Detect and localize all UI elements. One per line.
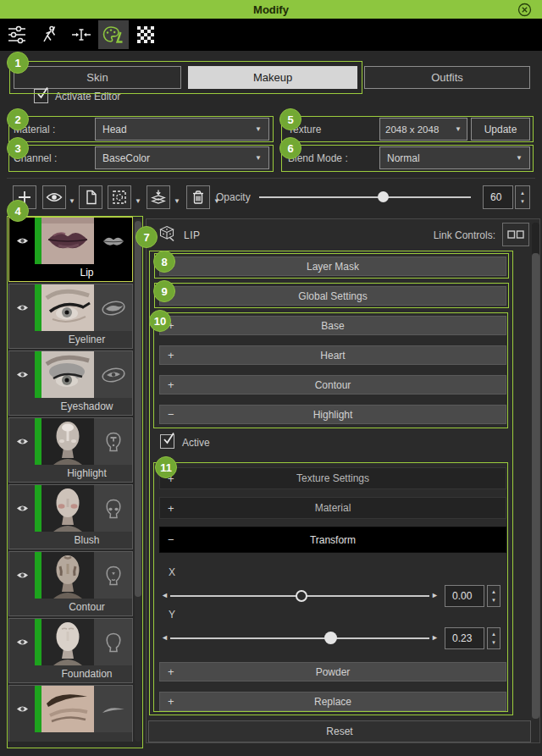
chevron-down-icon[interactable]: ▼ (174, 197, 180, 205)
layer-item-eyeliner[interactable]: Eyeliner (8, 284, 133, 349)
contour-face-icon (94, 552, 132, 599)
active-checkbox[interactable] (160, 434, 174, 449)
y-slider-thumb[interactable] (324, 632, 337, 644)
section-highlight[interactable]: − Highlight (159, 405, 506, 424)
section-contour[interactable]: + Contour (159, 375, 506, 395)
arrow-down-icon: ▼ (520, 199, 525, 204)
section-texture-settings[interactable]: + Texture Settings (159, 467, 506, 489)
blend-mode-dropdown[interactable]: Normal ▼ (379, 146, 530, 169)
slider-left-arrow-icon[interactable]: ◄ (161, 592, 169, 599)
blush-face-icon (94, 485, 132, 532)
layer-visibility-eye-icon[interactable] (9, 552, 35, 599)
panel-scrollbar[interactable] (532, 223, 539, 715)
opacity-label: Opacity (216, 191, 251, 203)
annotation-badge-6: 6 (279, 137, 301, 159)
morph-width-icon[interactable] (66, 20, 97, 49)
layer-active-bar (35, 284, 41, 331)
layer-visibility-eye-icon[interactable] (9, 418, 35, 465)
layer-visibility-eye-icon[interactable] (9, 619, 35, 665)
section-label: Global Settings (298, 290, 367, 302)
eyeshadow-icon (94, 351, 132, 398)
layer-item-foundation[interactable]: Foundation (8, 618, 133, 683)
annotation-badge-2: 2 (7, 108, 29, 130)
section-powder[interactable]: + Powder (159, 662, 506, 682)
expand-icon: + (168, 665, 174, 678)
trash-icon (191, 190, 205, 205)
layer-item-eyeshadow[interactable]: Eyeshadow (8, 350, 133, 416)
section-layer-mask[interactable]: + Layer Mask (159, 257, 506, 276)
chevron-down-icon[interactable]: ▼ (135, 197, 141, 205)
visibility-eye-button[interactable] (42, 185, 66, 209)
eyeliner-icon (94, 284, 132, 331)
layer-visibility-eye-icon[interactable] (9, 284, 35, 331)
layer-list-scrollbar[interactable] (135, 218, 141, 742)
tab-makeup[interactable]: Makeup (188, 66, 357, 89)
channel-dropdown[interactable]: BaseColor ▼ (95, 146, 269, 169)
annotation-badge-9: 9 (153, 280, 175, 302)
layer-item-contour[interactable]: Contour (8, 551, 133, 616)
layer-thumbnail-highlight (41, 418, 94, 465)
layer-item-lip[interactable]: Lip (8, 217, 133, 282)
slider-right-arrow-icon[interactable]: ► (431, 634, 439, 642)
x-stepper[interactable]: ▲▼ (487, 585, 501, 607)
slider-left-arrow-icon[interactable]: ◄ (161, 634, 169, 642)
delete-layer-button[interactable] (186, 185, 210, 209)
checkmark-icon (162, 432, 175, 445)
material-dropdown[interactable]: Head ▼ (95, 118, 269, 141)
layer-visibility-eye-icon[interactable] (9, 351, 35, 398)
layer-item-highlight[interactable]: Highlight (8, 417, 133, 483)
layer-label: Foundation (41, 665, 132, 682)
duplicate-layer-button[interactable] (79, 185, 102, 209)
scrollbar-thumb[interactable] (135, 221, 141, 597)
scrollbar-thumb[interactable] (532, 253, 539, 719)
section-transform[interactable]: − Transform (159, 527, 506, 553)
layer-label: Blush (41, 532, 132, 549)
blend-mode-value: Normal (387, 152, 420, 164)
section-material[interactable]: + Material (159, 497, 506, 519)
opacity-slider-thumb[interactable] (378, 191, 389, 202)
layer-label (41, 732, 132, 742)
section-base[interactable]: + Base (159, 316, 506, 335)
expand-icon: + (168, 349, 174, 361)
x-slider-thumb[interactable] (296, 590, 307, 602)
x-value[interactable]: 0.00 (445, 585, 484, 607)
section-label: Heart (320, 350, 345, 361)
section-label: Highlight (313, 409, 353, 421)
link-controls-button[interactable] (502, 223, 529, 246)
opacity-value[interactable]: 60 (483, 185, 513, 209)
tab-outfits[interactable]: Outfits (364, 66, 530, 89)
y-stepper[interactable]: ▲▼ (487, 627, 501, 649)
layer-thumbnail-contour (41, 552, 94, 599)
merge-layers-button[interactable] (147, 185, 170, 209)
section-label: Layer Mask (307, 261, 359, 273)
adjust-sliders-icon[interactable] (2, 20, 32, 49)
slider-right-arrow-icon[interactable]: ► (431, 592, 439, 599)
close-icon[interactable] (517, 2, 532, 17)
texture-checker-icon[interactable] (130, 20, 161, 49)
layer-visibility-eye-icon[interactable] (9, 686, 35, 732)
layer-item-blush[interactable]: Blush (8, 484, 133, 549)
arrow-up-icon: ▲ (491, 589, 496, 594)
layer-visibility-eye-icon[interactable] (9, 218, 35, 264)
layer-thumbnail-foundation (41, 619, 94, 665)
reset-button[interactable]: Reset (148, 720, 531, 742)
makeup-palette-icon[interactable] (98, 20, 129, 49)
pose-icon[interactable] (34, 20, 64, 49)
opacity-stepper[interactable]: ▲▼ (515, 185, 530, 209)
activate-editor-checkbox[interactable] (34, 89, 48, 103)
layer-item-eyebrow[interactable] (8, 685, 133, 742)
section-heart[interactable]: + Heart (159, 345, 506, 365)
opacity-slider-track[interactable] (259, 196, 471, 198)
y-slider-track[interactable] (170, 637, 429, 639)
update-button[interactable]: Update (471, 118, 530, 141)
layer-active-bar (35, 552, 41, 599)
texture-size-dropdown[interactable]: 2048 x 2048 ▼ (379, 118, 467, 141)
select-area-button[interactable] (108, 185, 131, 209)
layer-visibility-eye-icon[interactable] (9, 485, 35, 532)
section-replace[interactable]: + Replace (159, 692, 506, 711)
section-global-settings[interactable]: + Global Settings (159, 286, 506, 306)
y-value[interactable]: 0.23 (445, 627, 484, 649)
section-label: Powder (316, 666, 351, 678)
chevron-down-icon[interactable]: ▼ (69, 197, 75, 205)
tab-skin[interactable]: Skin (14, 66, 181, 89)
